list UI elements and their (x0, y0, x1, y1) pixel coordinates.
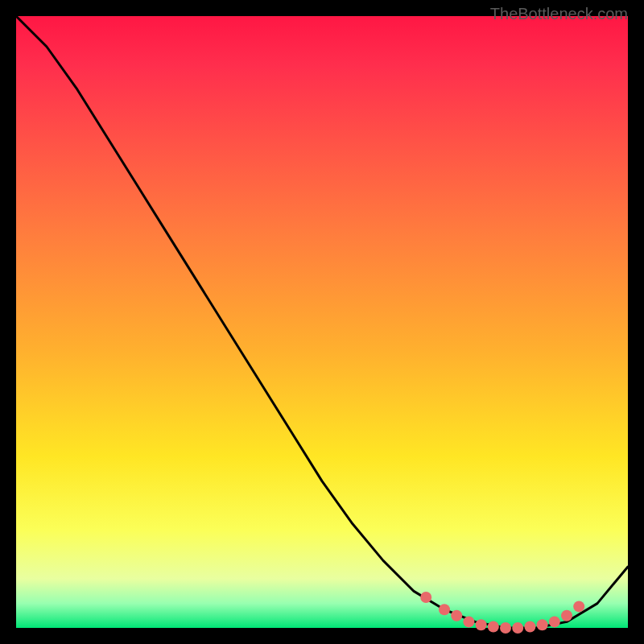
marker-dot (524, 621, 535, 633)
marker-dot (537, 619, 548, 630)
bottleneck-curve-line (16, 16, 628, 628)
marker-dot (463, 616, 474, 627)
chart-svg (16, 16, 628, 628)
marker-dot (451, 610, 462, 621)
optimal-range-markers (420, 592, 584, 634)
marker-dot (488, 621, 499, 633)
marker-dot (549, 616, 560, 627)
marker-dot (500, 622, 511, 634)
marker-dot (476, 619, 487, 630)
marker-dot (512, 622, 523, 634)
marker-dot (561, 610, 572, 621)
marker-dot (573, 601, 584, 612)
marker-dot (420, 592, 431, 603)
watermark-text: TheBottleneck.com (490, 5, 628, 23)
chart-area (16, 16, 628, 628)
marker-dot (439, 604, 450, 615)
